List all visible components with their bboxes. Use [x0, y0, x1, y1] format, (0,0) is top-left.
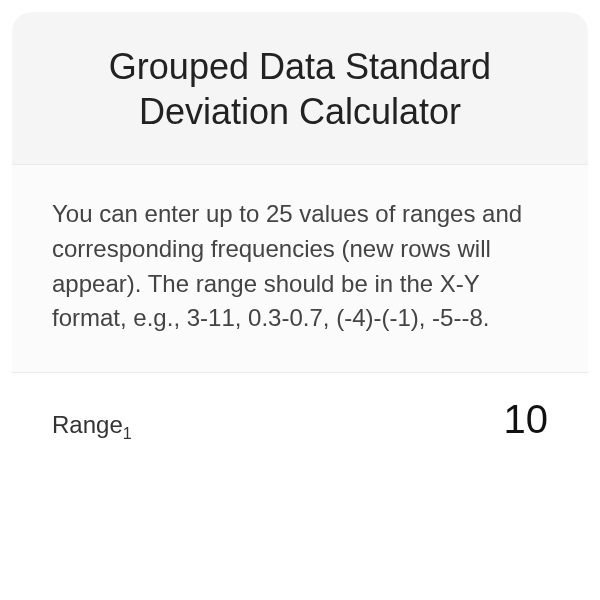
- header: Grouped Data Standard Deviation Calculat…: [12, 12, 588, 164]
- description-block: You can enter up to 25 values of ranges …: [12, 164, 588, 373]
- range1-input[interactable]: 10: [504, 397, 549, 442]
- description-text: You can enter up to 25 values of ranges …: [52, 197, 548, 336]
- input-row-range1: Range1 10: [12, 373, 588, 588]
- page-title: Grouped Data Standard Deviation Calculat…: [52, 44, 548, 134]
- range1-subscript: 1: [123, 425, 132, 442]
- calculator-card: Grouped Data Standard Deviation Calculat…: [12, 12, 588, 588]
- range1-label: Range1: [52, 411, 132, 443]
- range1-label-text: Range: [52, 411, 123, 438]
